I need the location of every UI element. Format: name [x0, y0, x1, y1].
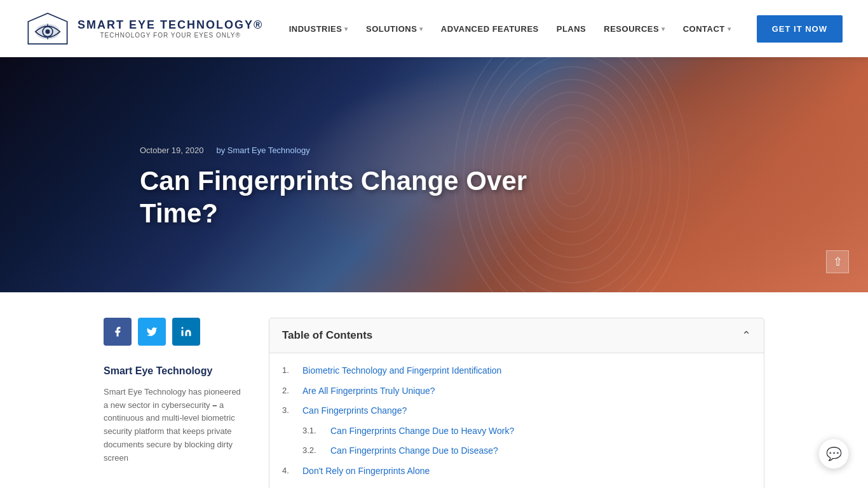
get-it-now-button[interactable]: GET IT NOW	[757, 15, 843, 43]
toc-num-3-2: 3.2.	[302, 445, 325, 456]
chevron-down-icon: ▾	[419, 25, 423, 32]
nav-item-plans[interactable]: PLANS	[549, 19, 594, 39]
svg-rect-18	[182, 330, 184, 336]
toc-header[interactable]: Table of Contents ⌃	[269, 318, 764, 353]
share-facebook-button[interactable]	[104, 318, 132, 346]
share-twitter-button[interactable]	[138, 318, 166, 346]
main-content: Smart Eye Technology Smart Eye Technolog…	[53, 292, 815, 488]
twitter-icon	[146, 326, 158, 337]
toc-text-3: Can Fingerprints Change?	[302, 405, 407, 417]
brand-name: SMART EYE TECHNOLOGY®	[78, 18, 263, 32]
nav-item-resources[interactable]: RESOURCES ▾	[596, 19, 672, 39]
scroll-up-arrow[interactable]: ⇧	[826, 250, 849, 273]
linkedin-icon	[180, 326, 192, 337]
share-linkedin-button[interactable]	[172, 318, 200, 346]
hero-meta: October 19, 2020 by Smart Eye Technology	[140, 146, 585, 155]
toc-item-1[interactable]: 1. Biometric Technology and Fingerprint …	[282, 361, 751, 381]
author-name: Smart Eye Technology	[104, 365, 243, 378]
hero-content: October 19, 2020 by Smart Eye Technology…	[0, 120, 585, 229]
toc-collapse-icon: ⌃	[742, 329, 751, 342]
toc-text-3-1: Can Fingerprints Change Due to Heavy Wor…	[330, 425, 514, 438]
toc-item-3-1[interactable]: 3.1. Can Fingerprints Change Due to Heav…	[282, 421, 751, 442]
toc-item-2[interactable]: 2. Are All Fingerprints Truly Unique?	[282, 381, 751, 402]
chat-icon: 💬	[826, 446, 842, 461]
toc-text-1: Biometric Technology and Fingerprint Ide…	[302, 365, 501, 377]
toc-item-3-2[interactable]: 3.2. Can Fingerprints Change Due to Dise…	[282, 441, 751, 461]
chat-widget[interactable]: 💬	[818, 438, 849, 469]
toc-container: Table of Contents ⌃ 1. Biometric Technol…	[269, 318, 764, 488]
toc-item-4[interactable]: 4. Don't Rely on Fingerprints Alone	[282, 461, 751, 482]
toc-box: Table of Contents ⌃ 1. Biometric Technol…	[269, 318, 764, 488]
logo-icon	[25, 10, 70, 48]
toc-text-2: Are All Fingerprints Truly Unique?	[302, 385, 435, 398]
chevron-down-icon: ▾	[728, 25, 731, 32]
facebook-icon	[112, 326, 123, 337]
post-date: October 19, 2020	[140, 146, 203, 155]
page-title: Can Fingerprints Change Over Time?	[140, 165, 585, 229]
post-author: by Smart Eye Technology	[216, 146, 309, 155]
chevron-down-icon: ▾	[344, 25, 348, 32]
nav-item-contact[interactable]: CONTACT ▾	[675, 19, 739, 39]
toc-num-1: 1.	[282, 365, 297, 376]
brand-tagline: TECHNOLOGY FOR YOUR EYES ONLY®	[78, 32, 263, 39]
logo-area: SMART EYE TECHNOLOGY® TECHNOLOGY FOR YOU…	[25, 10, 263, 48]
sidebar: Smart Eye Technology Smart Eye Technolog…	[104, 318, 243, 488]
nav-item-advanced[interactable]: ADVANCED FEATURES	[433, 19, 546, 39]
toc-text-3-2: Can Fingerprints Change Due to Disease?	[330, 445, 498, 458]
svg-point-19	[182, 327, 184, 329]
toc-title: Table of Contents	[282, 329, 372, 342]
toc-item-3[interactable]: 3. Can Fingerprints Change?	[282, 401, 751, 421]
toc-num-3-1: 3.1.	[302, 425, 325, 437]
chevron-down-icon: ▾	[661, 25, 665, 32]
toc-num-3: 3.	[282, 405, 297, 416]
nav-item-industries[interactable]: INDUSTRIES ▾	[281, 19, 356, 39]
hero-section: October 19, 2020 by Smart Eye Technology…	[0, 57, 868, 292]
share-buttons	[104, 318, 243, 346]
author-bio: Smart Eye Technology has pioneered a new…	[104, 386, 243, 465]
logo-text: SMART EYE TECHNOLOGY® TECHNOLOGY FOR YOU…	[78, 18, 263, 39]
toc-num-4: 4.	[282, 465, 297, 477]
toc-text-4: Don't Rely on Fingerprints Alone	[302, 465, 430, 478]
svg-point-3	[46, 29, 50, 34]
author-card: Smart Eye Technology Smart Eye Technolog…	[104, 365, 243, 465]
nav-item-solutions[interactable]: SOLUTIONS ▾	[358, 19, 431, 39]
toc-num-2: 2.	[282, 385, 297, 396]
navbar: SMART EYE TECHNOLOGY® TECHNOLOGY FOR YOU…	[0, 0, 868, 57]
toc-list: 1. Biometric Technology and Fingerprint …	[269, 353, 764, 488]
nav-links: INDUSTRIES ▾ SOLUTIONS ▾ ADVANCED FEATUR…	[281, 19, 739, 39]
